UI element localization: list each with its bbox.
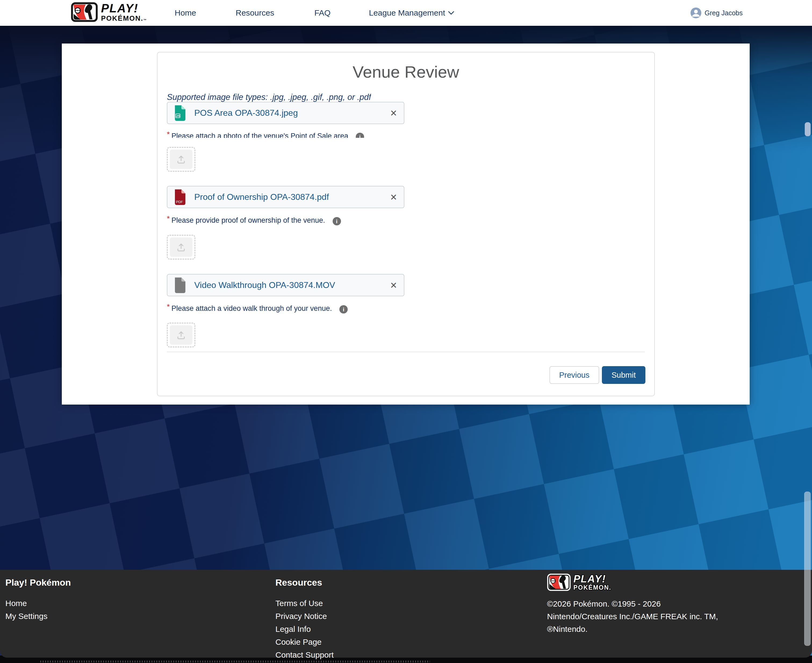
- footer-link-legal-info[interactable]: Legal Info: [275, 623, 334, 636]
- footer-link-my-settings[interactable]: My Settings: [5, 610, 71, 623]
- footer-link-privacy-notice[interactable]: Privacy Notice: [275, 610, 334, 623]
- venue-review-card: Venue Review Supported image file types:…: [157, 52, 655, 396]
- image-file-icon: [173, 105, 186, 121]
- avatar-icon: [691, 8, 701, 18]
- scrollbar-thumb-lower[interactable]: [804, 492, 810, 646]
- upload-icon: [176, 155, 186, 164]
- form-divider: [167, 352, 645, 352]
- footer: Play! Pokémon Home My Settings Resources…: [0, 570, 812, 658]
- pokeball-trainer-icon: [547, 574, 571, 591]
- attachment-caption-row: *Please attach a video walk through of y…: [167, 301, 348, 314]
- footer-brand-play-text: PLAY!: [573, 574, 611, 584]
- info-icon[interactable]: i: [356, 133, 364, 138]
- footer-link-home[interactable]: Home: [5, 597, 71, 610]
- info-icon[interactable]: i: [333, 217, 341, 225]
- copyright-line: ©2026 Pokémon. ©1995 - 2026: [547, 597, 718, 610]
- brand-play-text: PLAY!: [101, 2, 147, 14]
- supported-file-types-note: Supported image file types: .jpg, .jpeg,…: [167, 92, 371, 102]
- upload-dropzone-inner: [170, 325, 192, 344]
- remove-attachment-button[interactable]: ×: [390, 192, 397, 203]
- info-icon[interactable]: i: [340, 305, 348, 314]
- upload-dropzone[interactable]: [167, 147, 195, 171]
- upload-dropzone[interactable]: [167, 235, 195, 259]
- content-panel: Venue Review Supported image file types:…: [62, 44, 750, 404]
- nav-league-management[interactable]: League Management: [369, 0, 455, 26]
- trademark-symbol: ™: [144, 18, 147, 22]
- nav-faq[interactable]: FAQ: [314, 0, 330, 26]
- brand-pokemon-text: POKÉMON.™: [101, 15, 147, 22]
- footer-brand-wordmark: PLAY! POKÉMON.: [573, 574, 611, 591]
- pokeball-trainer-icon: [71, 2, 98, 22]
- footer-heading-resources: Resources: [275, 577, 334, 588]
- attachment-row: POS Area OPA-30874.jpeg ×: [167, 102, 404, 124]
- upload-dropzone[interactable]: [167, 323, 195, 348]
- attachment-caption: Please attach a photo of the venue's Poi…: [171, 132, 348, 138]
- required-asterisk: *: [167, 302, 170, 311]
- footer-brand-pokemon-text: POKÉMON.: [573, 585, 611, 591]
- pdf-badge: PDF: [176, 200, 183, 204]
- remove-attachment-button[interactable]: ×: [390, 280, 397, 291]
- top-nav: PLAY! POKÉMON.™ Home Resources FAQ Leagu…: [0, 0, 812, 26]
- upload-dropzone-inner: [170, 150, 192, 169]
- upload-icon: [176, 330, 186, 340]
- pdf-file-icon: PDF: [173, 189, 186, 205]
- attachment-row: PDF Proof of Ownership OPA-30874.pdf ×: [167, 186, 404, 208]
- form-actions: Previous Submit: [550, 366, 645, 384]
- footer-logo: PLAY! POKÉMON.: [547, 574, 718, 591]
- generic-file-icon: [173, 277, 186, 293]
- footer-column-play-pokemon: Play! Pokémon Home My Settings: [5, 577, 71, 623]
- scrollbar-thumb-upper[interactable]: [805, 122, 810, 136]
- upload-dropzone-inner: [170, 238, 192, 257]
- page-title: Venue Review: [157, 63, 654, 81]
- copyright-line: ®Nintendo.: [547, 623, 718, 636]
- chevron-down-icon: [448, 11, 455, 15]
- attachment-filename-link[interactable]: Proof of Ownership OPA-30874.pdf: [194, 192, 390, 202]
- required-asterisk: *: [167, 130, 170, 138]
- footer-column-resources: Resources Terms of Use Privacy Notice Le…: [275, 577, 334, 661]
- attachment-row: Video Walkthrough OPA-30874.MOV ×: [167, 274, 404, 296]
- user-menu[interactable]: Greg Jacobs: [691, 0, 742, 26]
- footer-heading-play-pokemon: Play! Pokémon: [5, 577, 71, 588]
- nav-league-management-label: League Management: [369, 8, 445, 18]
- attachment-filename-link[interactable]: Video Walkthrough OPA-30874.MOV: [194, 280, 390, 290]
- attachment-caption-row: *Please provide proof of ownership of th…: [167, 213, 341, 226]
- copyright-line: Nintendo/Creatures Inc./GAME FREAK inc. …: [547, 610, 718, 623]
- cutoff-text-sliver: [40, 661, 430, 663]
- copyright-block: ©2026 Pokémon. ©1995 - 2026 Nintendo/Cre…: [547, 597, 718, 636]
- brand-wordmark: PLAY! POKÉMON.™: [101, 2, 147, 22]
- nav-home[interactable]: Home: [175, 0, 196, 26]
- footer-link-cookie-page[interactable]: Cookie Page: [275, 636, 334, 648]
- user-name: Greg Jacobs: [705, 9, 742, 17]
- attachment-caption: Please provide proof of ownership of the…: [171, 216, 325, 224]
- previous-button[interactable]: Previous: [550, 366, 599, 384]
- brand-pokemon-word: POKÉMON.: [101, 14, 144, 22]
- footer-link-contact-support[interactable]: Contact Support: [275, 648, 334, 661]
- submit-button[interactable]: Submit: [602, 366, 645, 384]
- play-pokemon-logo[interactable]: PLAY! POKÉMON.™: [71, 2, 147, 22]
- attachment-caption: Please attach a video walk through of yo…: [171, 304, 332, 312]
- footer-column-legal: PLAY! POKÉMON. ©2026 Pokémon. ©1995 - 20…: [547, 574, 718, 636]
- footer-link-terms-of-use[interactable]: Terms of Use: [275, 597, 334, 610]
- upload-icon: [176, 243, 186, 252]
- remove-attachment-button[interactable]: ×: [390, 107, 397, 119]
- required-asterisk: *: [167, 214, 170, 223]
- nav-resources[interactable]: Resources: [236, 0, 274, 26]
- attachment-caption-row: *Please attach a photo of the venue's Po…: [167, 129, 364, 138]
- attachment-filename-link[interactable]: POS Area OPA-30874.jpeg: [194, 108, 390, 118]
